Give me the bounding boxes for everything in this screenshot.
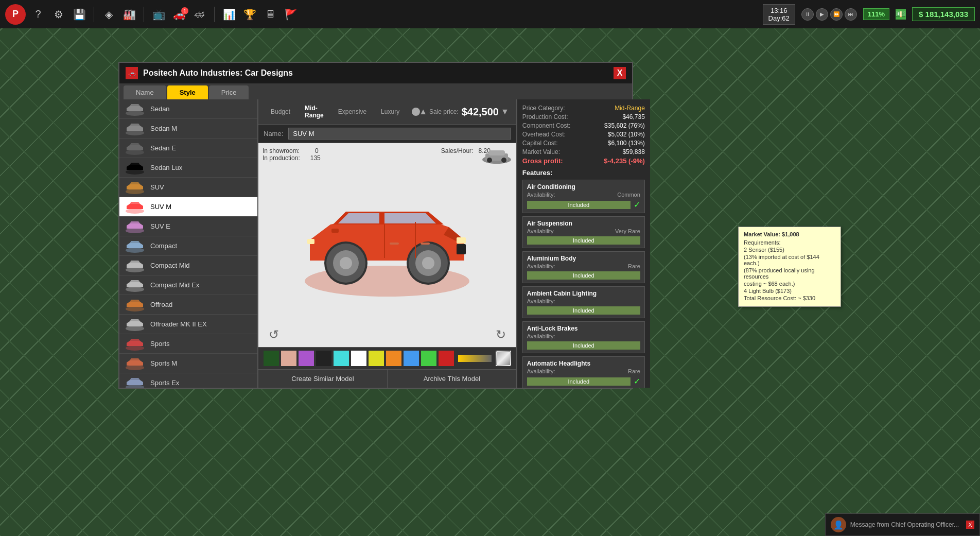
feature-block: Anti-Lock BrakesAvailability:Included [522,321,645,353]
price-tab-midrange[interactable]: Mid-Range [297,102,331,121]
color-swatch[interactable] [299,351,314,366]
factory-icon[interactable]: 🏭 [121,6,137,23]
flag-icon[interactable]: 🚩 [283,6,299,23]
car-list-item[interactable]: Sports [119,334,257,354]
feature-included-bar[interactable]: Included [527,377,631,386]
car-list-name: SUV [150,183,164,191]
bottom-buttons: Create Similar Model Archive This Model [258,369,516,388]
color-swatch[interactable] [369,351,384,366]
component-cost-label: Component Cost: [522,122,570,129]
color-swatch[interactable] [351,351,366,366]
overhead-cost-value: $5,032 (10%) [608,131,645,138]
tv-icon[interactable]: 📺 [150,6,167,23]
tooltip-title: Market Value: $1,008 [744,231,835,237]
help-icon[interactable]: ? [30,6,46,23]
rotate-right-button[interactable]: ↻ [496,327,506,342]
feature-included-bar[interactable]: Included [527,306,640,315]
price-slider-area[interactable] [407,110,417,113]
in-showroom-label: In showroom: [262,147,300,154]
capital-cost-label: Capital Cost: [522,140,558,147]
color-swatch[interactable] [421,351,436,366]
car-list-name: Compact Mid [150,262,190,269]
layers-icon[interactable]: ◈ [100,6,117,23]
archive-model-button[interactable]: Archive This Model [388,370,516,388]
sale-price-value: $42,500 [462,106,499,118]
car-list-name: Compact Mid Ex [150,281,199,289]
price-tab-luxury[interactable]: Luxury [374,106,407,117]
car-list-item[interactable]: Sedan [119,99,257,119]
skip-button[interactable]: ⏭ [845,8,857,21]
car-list-item[interactable]: SUV M [119,197,257,217]
fast-forward-button[interactable]: ⏩ [830,8,843,21]
feature-availability-value: Rare [628,368,640,374]
feature-included-bar[interactable]: Included [527,201,631,209]
car-list-name: Sedan Lux [150,164,182,171]
car-list-thumb [124,337,146,351]
car-list-item[interactable]: Compact Mid [119,256,257,275]
feature-included-row: Included [527,341,640,350]
feature-included-bar[interactable]: Included [527,236,640,245]
feature-included-row: Included [527,271,640,280]
production-cost-row: Production Cost: $46,735 [522,113,645,120]
car-list-item[interactable]: SUV E [119,217,257,236]
feature-check-icon: ✓ [634,200,640,210]
rotate-left-button[interactable]: ↺ [269,327,279,342]
car-list-item[interactable]: Sports M [119,354,257,373]
message-icon: 👤 [831,517,846,532]
in-production-stat: In production: 135 [262,154,321,162]
capital-cost-value: $6,100 (13%) [608,140,645,147]
pause-button[interactable]: ⏸ [801,8,814,21]
color-swatch[interactable] [316,351,331,366]
dialog-close-button[interactable]: X [614,67,626,79]
car-list-item[interactable]: Sedan M [119,119,257,139]
car-list-item[interactable]: Offroader MK II EX [119,315,257,334]
feature-included-bar[interactable]: Included [527,271,640,280]
car-list-item[interactable]: Sedan E [119,139,257,158]
color-swatch[interactable] [404,351,419,366]
feature-block: Air ConditioningAvailability:CommonInclu… [522,180,645,213]
car-list-thumb [124,180,146,195]
play-button[interactable]: ▶ [816,8,828,21]
feature-name: Anti-Lock Brakes [527,325,578,332]
feature-tooltip: Market Value: $1,008 Requirements: 2 Sen… [738,227,841,307]
stats-icon[interactable]: 📊 [221,6,237,23]
feature-availability-label: Availability: [527,192,555,198]
color-swatch[interactable] [439,351,454,366]
feature-included-bar[interactable]: Included [527,341,640,350]
monitor-icon[interactable]: 🖥 [262,6,278,23]
car-list-item[interactable]: Sedan Lux [119,158,257,178]
trophy-icon[interactable]: 🏆 [241,6,258,23]
price-up-arrow[interactable]: ▼ [499,107,511,116]
tab-price[interactable]: Price [209,85,249,99]
color-swatch[interactable] [281,351,296,366]
app-logo[interactable]: P [5,4,26,25]
svg-point-39 [126,365,144,370]
svg-rect-65 [421,243,430,245]
car-list-item[interactable]: SUV [119,178,257,197]
car2-icon[interactable]: 🏎 [191,6,208,23]
tab-name[interactable]: Name [124,85,166,99]
gradient-bar[interactable] [458,355,492,362]
name-input[interactable]: SUV M [288,128,511,140]
car-list-thumb [124,141,146,155]
feature-name: Automatic Headlights [527,360,590,367]
price-category-value: Mid-Range [615,105,645,112]
dialog-title: Positech Auto Industries: Car Designs [143,68,608,78]
color-swatch[interactable] [334,351,349,366]
price-tab-budget[interactable]: Budget [264,106,297,117]
create-similar-button[interactable]: Create Similar Model [258,370,388,388]
car-list-name: Sedan M [150,125,177,132]
car-list-item[interactable]: Offroad [119,295,257,315]
settings-icon[interactable]: ⚙ [50,6,67,23]
save-icon[interactable]: 💾 [71,6,87,23]
car-list-item[interactable]: Compact Mid Ex [119,275,257,295]
car-list-item[interactable]: Sports Ex [119,373,257,388]
car-list-item[interactable]: Compact [119,236,257,256]
tab-style[interactable]: Style [167,85,208,99]
color-swatch[interactable] [386,351,401,366]
metallic-swatch[interactable] [496,351,511,366]
sales-hour-label: Sales/Hour: [441,147,474,154]
message-close-button[interactable]: X [966,521,974,529]
price-tab-expensive[interactable]: Expensive [331,106,374,117]
color-swatch[interactable] [264,351,279,366]
